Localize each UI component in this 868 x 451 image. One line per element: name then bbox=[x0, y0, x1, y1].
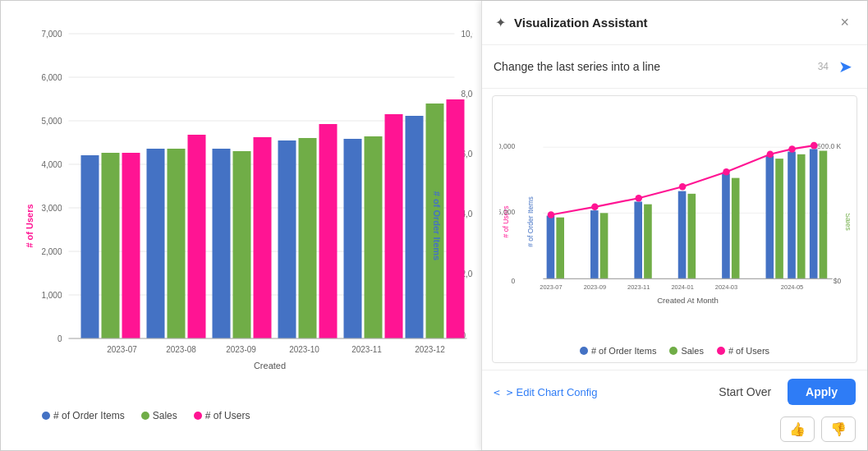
visualization-assistant-panel: ✦ Visualization Assistant × 34 ➤ # of Us… bbox=[481, 1, 867, 450]
svg-text:2023-07: 2023-07 bbox=[540, 283, 562, 291]
legend-users: # of Users bbox=[194, 410, 250, 421]
edit-chart-config-button[interactable]: < > Edit Chart Config bbox=[494, 386, 597, 398]
svg-rect-33 bbox=[319, 124, 338, 338]
svg-rect-68 bbox=[732, 178, 740, 279]
preview-legend-sales: Sales bbox=[669, 346, 704, 356]
legend-sales: Sales bbox=[141, 410, 177, 421]
svg-text:5,000: 5,000 bbox=[41, 117, 62, 126]
svg-rect-63 bbox=[634, 201, 642, 278]
preview-chart-box: # of Users # of Order Items Sales $500.0… bbox=[492, 95, 857, 363]
svg-text:1,000: 1,000 bbox=[41, 291, 62, 300]
svg-rect-27 bbox=[188, 135, 206, 338]
edit-chart-config-label: Edit Chart Config bbox=[516, 386, 597, 398]
apply-button[interactable]: Apply bbox=[788, 379, 856, 405]
svg-rect-23 bbox=[102, 153, 120, 338]
svg-text:2024-05: 2024-05 bbox=[781, 283, 803, 291]
svg-text:2024-03: 2024-03 bbox=[715, 283, 737, 291]
panel-title: Visualization Assistant bbox=[514, 16, 827, 30]
svg-point-75 bbox=[548, 211, 555, 219]
main-chart-area: # of Users # of Order Items 7,000 6,000 … bbox=[1, 1, 481, 450]
svg-rect-60 bbox=[556, 218, 564, 279]
svg-text:Created: Created bbox=[254, 361, 286, 370]
svg-point-81 bbox=[788, 145, 796, 153]
svg-text:10,000: 10,000 bbox=[499, 142, 515, 150]
panel-close-button[interactable]: × bbox=[835, 12, 854, 33]
svg-rect-36 bbox=[385, 114, 403, 338]
preview-legend-dot-order-items bbox=[580, 347, 588, 355]
thumbs-up-button[interactable]: 👍 bbox=[780, 416, 815, 442]
svg-point-80 bbox=[767, 151, 774, 159]
svg-text:7,000: 7,000 bbox=[41, 30, 62, 39]
legend-label-order-items: # of Order Items bbox=[53, 410, 125, 421]
legend-label-sales: Sales bbox=[153, 410, 177, 421]
svg-point-79 bbox=[723, 168, 730, 176]
svg-rect-72 bbox=[797, 154, 806, 279]
svg-rect-71 bbox=[788, 152, 796, 279]
preview-legend-order-items: # of Order Items bbox=[580, 346, 656, 356]
svg-text:# of Order Items: # of Order Items bbox=[526, 196, 535, 247]
svg-rect-65 bbox=[678, 191, 687, 279]
svg-rect-22 bbox=[81, 155, 99, 338]
main-chart-legend: # of Order Items Sales # of Users bbox=[42, 410, 250, 421]
svg-text:2,000: 2,000 bbox=[41, 247, 62, 256]
visualization-icon: ✦ bbox=[495, 15, 506, 30]
panel-footer: < > Edit Chart Config Start Over Apply bbox=[482, 370, 867, 413]
svg-rect-67 bbox=[722, 173, 730, 278]
y-left-axis-label: # of Users bbox=[25, 204, 34, 247]
svg-text:8,000: 8,000 bbox=[462, 90, 474, 99]
svg-rect-28 bbox=[213, 149, 231, 338]
main-container: # of Users # of Order Items 7,000 6,000 … bbox=[0, 0, 868, 451]
svg-text:3,000: 3,000 bbox=[41, 204, 62, 213]
send-button[interactable]: ➤ bbox=[835, 55, 856, 78]
preview-legend-label-order-items: # of Order Items bbox=[591, 346, 656, 356]
svg-text:5,000: 5,000 bbox=[499, 208, 515, 216]
preview-legend-users: # of Users bbox=[717, 346, 769, 356]
svg-rect-61 bbox=[590, 210, 599, 278]
svg-rect-35 bbox=[365, 136, 383, 338]
svg-rect-30 bbox=[254, 137, 272, 338]
svg-rect-59 bbox=[547, 216, 555, 279]
svg-text:2024-01: 2024-01 bbox=[671, 283, 693, 291]
svg-text:2023-11: 2023-11 bbox=[351, 345, 382, 354]
svg-rect-24 bbox=[122, 153, 140, 338]
char-count: 34 bbox=[818, 61, 829, 72]
legend-dot-sales bbox=[141, 412, 149, 420]
svg-rect-32 bbox=[299, 138, 317, 338]
svg-rect-39 bbox=[447, 99, 465, 338]
svg-text:2023-07: 2023-07 bbox=[107, 345, 137, 354]
svg-rect-66 bbox=[688, 194, 696, 279]
svg-text:Created At Month: Created At Month bbox=[657, 296, 719, 305]
svg-point-77 bbox=[635, 195, 642, 202]
query-input[interactable] bbox=[494, 60, 811, 73]
panel-header: ✦ Visualization Assistant × bbox=[482, 1, 867, 45]
svg-text:2023-12: 2023-12 bbox=[415, 345, 445, 354]
y-right-axis-label: # of Order Items bbox=[432, 191, 442, 260]
svg-rect-37 bbox=[406, 116, 424, 338]
preview-chart-svg-wrap: # of Users # of Order Items Sales $500.0… bbox=[499, 103, 850, 341]
legend-dot-users bbox=[194, 412, 202, 420]
preview-legend-dot-users bbox=[717, 347, 725, 355]
svg-rect-64 bbox=[644, 205, 652, 279]
svg-point-78 bbox=[679, 183, 687, 191]
preview-legend-label-sales: Sales bbox=[681, 346, 704, 356]
svg-text:0: 0 bbox=[57, 334, 62, 343]
svg-text:2023-09: 2023-09 bbox=[226, 345, 256, 354]
svg-rect-31 bbox=[278, 140, 296, 338]
svg-text:Sales: Sales bbox=[844, 213, 850, 230]
svg-rect-34 bbox=[344, 139, 362, 338]
svg-rect-69 bbox=[766, 156, 774, 278]
preview-chart-svg: # of Users # of Order Items Sales $500.0… bbox=[499, 103, 850, 341]
svg-text:10,000: 10,000 bbox=[462, 30, 474, 39]
preview-legend-label-users: # of Users bbox=[728, 346, 769, 356]
start-over-button[interactable]: Start Over bbox=[710, 380, 779, 403]
preview-legend: # of Order Items Sales # of Users bbox=[499, 341, 850, 356]
svg-text:2023-11: 2023-11 bbox=[627, 283, 650, 291]
svg-point-82 bbox=[811, 142, 818, 150]
svg-rect-70 bbox=[775, 159, 783, 278]
thumbs-down-button[interactable]: 👎 bbox=[821, 416, 856, 442]
svg-text:2023-08: 2023-08 bbox=[166, 345, 196, 354]
svg-text:6,000: 6,000 bbox=[41, 73, 62, 82]
query-section: 34 ➤ bbox=[482, 45, 867, 89]
svg-text:2023-10: 2023-10 bbox=[289, 345, 319, 354]
svg-text:$0: $0 bbox=[834, 277, 842, 285]
